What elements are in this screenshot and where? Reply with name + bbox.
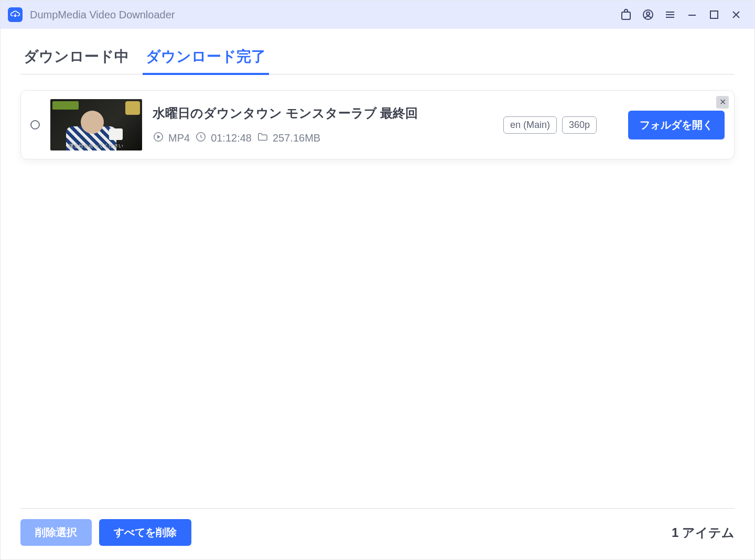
svg-rect-0: [622, 12, 630, 19]
open-folder-button[interactable]: フォルダを開く: [628, 111, 725, 139]
app-title: DumpMedia Video Downloader: [30, 9, 175, 21]
select-radio[interactable]: [30, 120, 40, 130]
maximize-icon[interactable]: [703, 4, 725, 26]
tab-finished[interactable]: ダウンロード完了: [143, 47, 269, 75]
video-thumbnail: 僕と付き合ってください: [50, 99, 142, 150]
svg-rect-3: [710, 11, 718, 18]
video-title: 水曜日のダウンタウン モンスターラブ 最終回: [153, 105, 493, 122]
titlebar: DumpMedia Video Downloader: [1, 1, 754, 29]
size-label: 257.16MB: [273, 132, 320, 144]
play-icon: [153, 131, 164, 145]
thumbnail-caption: 僕と付き合ってください: [50, 143, 142, 149]
menu-icon[interactable]: [659, 4, 681, 26]
delete-selected-button[interactable]: 削除選択: [20, 519, 92, 546]
close-window-icon[interactable]: [725, 4, 747, 26]
format-label: MP4: [168, 132, 190, 144]
language-badge: en (Main): [503, 116, 557, 134]
account-icon[interactable]: [637, 4, 659, 26]
clock-icon: [195, 131, 207, 145]
duration-label: 01:12:48: [211, 132, 252, 144]
quality-badge: 360p: [562, 116, 597, 134]
remove-item-icon[interactable]: ✕: [716, 96, 729, 109]
delete-all-button[interactable]: すべてを削除: [99, 519, 191, 546]
folder-icon: [257, 131, 268, 145]
shop-icon[interactable]: [615, 4, 637, 26]
minimize-icon[interactable]: [681, 4, 703, 26]
video-meta: MP4 01:12:48 257.16MB: [153, 131, 493, 145]
footer-bar: 削除選択 すべてを削除 1 アイテム: [20, 508, 735, 546]
download-list: 僕と付き合ってください 水曜日のダウンタウン モンスターラブ 最終回 MP4 0…: [1, 74, 754, 508]
tab-downloading[interactable]: ダウンロード中: [20, 47, 132, 75]
download-item: 僕と付き合ってください 水曜日のダウンタウン モンスターラブ 最終回 MP4 0…: [20, 90, 735, 159]
app-logo-icon: [8, 7, 23, 22]
tabs-container: ダウンロード中 ダウンロード完了: [1, 29, 754, 74]
item-count-label: 1 アイテム: [672, 524, 735, 541]
svg-point-2: [646, 12, 650, 15]
